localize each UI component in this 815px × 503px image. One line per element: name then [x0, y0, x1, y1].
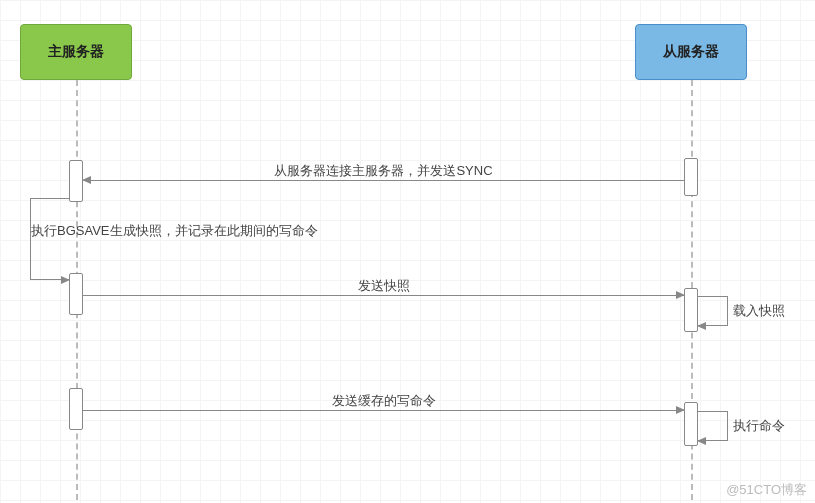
arrow-icon	[697, 322, 706, 330]
message-send-snapshot: 发送快照	[83, 295, 684, 296]
message-load-snapshot-label: 载入快照	[733, 302, 785, 320]
message-bgsave-label: 执行BGSAVE生成快照，并记录在此期间的写命令	[31, 222, 318, 240]
message-sync-label: 从服务器连接主服务器，并发送SYNC	[274, 162, 492, 180]
watermark: @51CTO博客	[726, 481, 807, 499]
message-exec-cmds: 执行命令	[698, 411, 728, 441]
arrow-icon	[61, 276, 70, 284]
message-send-snapshot-label: 发送快照	[358, 277, 410, 295]
arrow-icon	[697, 437, 706, 445]
activation-slave-2	[684, 288, 698, 332]
message-load-snapshot: 载入快照	[698, 296, 728, 326]
activation-slave-1	[684, 158, 698, 196]
participant-slave-label: 从服务器	[663, 43, 719, 61]
participant-master-label: 主服务器	[48, 43, 104, 61]
participant-master: 主服务器	[20, 24, 132, 80]
message-exec-cmds-label: 执行命令	[733, 417, 785, 435]
activation-master-2	[69, 273, 83, 315]
activation-master-1	[69, 160, 83, 202]
activation-master-3	[69, 388, 83, 430]
message-sync: 从服务器连接主服务器，并发送SYNC	[83, 180, 684, 181]
message-send-buffered-label: 发送缓存的写命令	[332, 392, 436, 410]
message-bgsave: 执行BGSAVE生成快照，并记录在此期间的写命令	[30, 198, 69, 280]
participant-slave: 从服务器	[635, 24, 747, 80]
activation-slave-3	[684, 402, 698, 446]
message-send-buffered: 发送缓存的写命令	[83, 410, 684, 411]
